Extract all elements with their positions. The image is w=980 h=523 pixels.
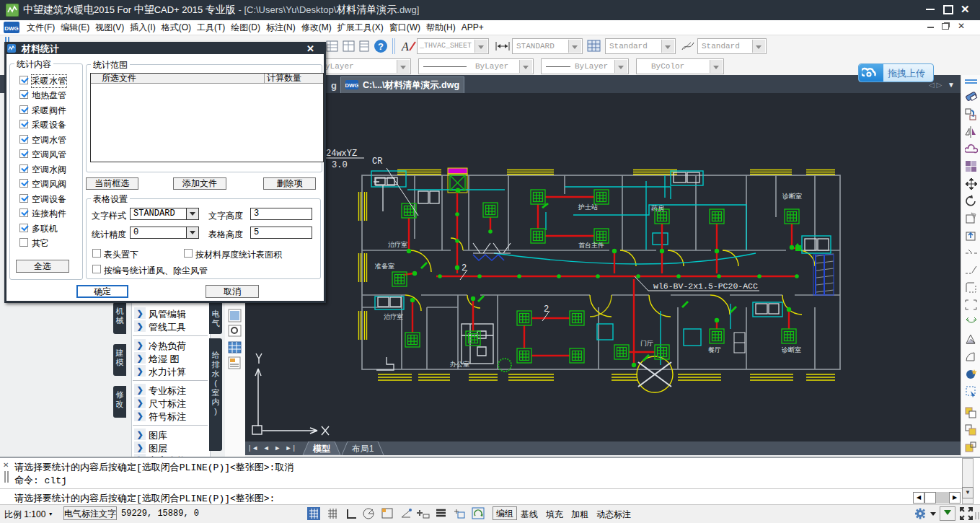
svg-text:CR: CR (372, 157, 382, 167)
svg-text:餐厅: 餐厅 (708, 346, 721, 353)
svg-text:24wxYZ: 24wxYZ (326, 149, 357, 159)
svg-text:模型: 模型 (312, 444, 330, 454)
svg-text:准备室: 准备室 (375, 263, 394, 270)
svg-text:DWG: DWG (4, 25, 19, 32)
svg-text:护士站: 护士站 (578, 203, 598, 211)
svg-text:?: ? (378, 41, 384, 52)
svg-text:药房: 药房 (651, 205, 664, 212)
svg-text:诊断室: 诊断室 (782, 346, 801, 353)
svg-text:办公室: 办公室 (450, 361, 469, 368)
svg-text:3.0: 3.0 (332, 160, 348, 170)
svg-text:门厅: 门厅 (640, 340, 653, 347)
svg-text:首台主件: 首台主件 (578, 242, 604, 249)
svg-text:wl6-BV-2x1.5-PC20-ACC: wl6-BV-2x1.5-PC20-ACC (653, 281, 758, 291)
svg-text:诊断室: 诊断室 (782, 193, 802, 200)
svg-text:治疗室: 治疗室 (388, 241, 407, 248)
svg-text:治疗室: 治疗室 (384, 313, 403, 320)
svg-text:A: A (401, 40, 409, 53)
svg-text:DWG: DWG (345, 82, 358, 89)
svg-text:布局1: 布局1 (352, 444, 374, 454)
